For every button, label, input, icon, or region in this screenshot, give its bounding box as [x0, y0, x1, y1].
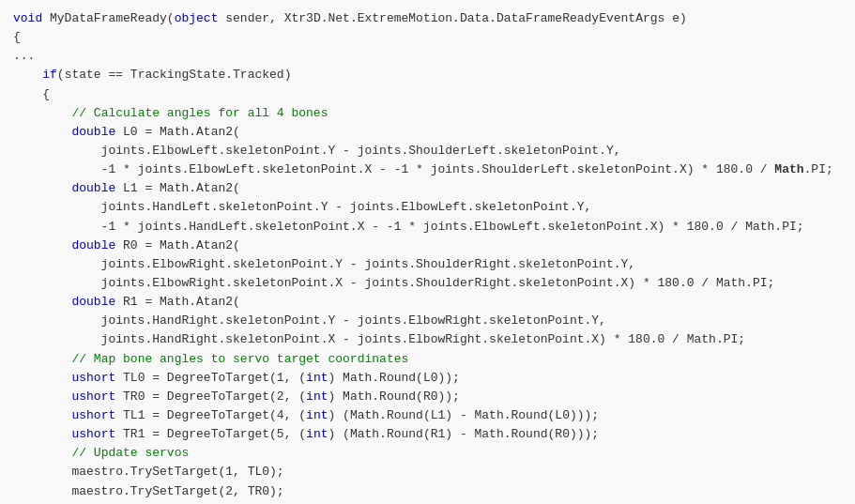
- code-line: joints.HandRight.skeletonPoint.Y - joint…: [13, 312, 842, 330]
- code-line: // Calculate angles for all 4 bones: [13, 104, 842, 123]
- code-line: joints.HandRight.skeletonPoint.X - joint…: [13, 330, 842, 349]
- code-line: joints.ElbowRight.skeletonPoint.X - join…: [13, 274, 842, 293]
- code-line: if(state == TrackingState.Tracked): [13, 66, 842, 84]
- code-line: double L1 = Math.Atan2(: [13, 179, 842, 198]
- code-line: ushort TL0 = DegreeToTarget(1, (int) Mat…: [13, 369, 842, 388]
- code-line: joints.HandLeft.skeletonPoint.Y - joints…: [13, 198, 842, 217]
- code-line: ...: [13, 47, 842, 66]
- code-line: ushort TR0 = DegreeToTarget(2, (int) Mat…: [13, 388, 842, 406]
- code-line: maestro.TrySetTarget(1, TL0);: [13, 463, 842, 481]
- code-line: ushort TL1 = DegreeToTarget(4, (int) (Ma…: [13, 406, 842, 425]
- code-line: double R0 = Math.Atan2(: [13, 237, 842, 255]
- code-line: {: [13, 85, 842, 104]
- code-editor: void MyDataFrameReady(object sender, Xtr…: [0, 0, 855, 504]
- code-line: ushort TR1 = DegreeToTarget(5, (int) (Ma…: [13, 425, 842, 444]
- code-line: {: [13, 28, 842, 47]
- code-line: maestro.TrySetTarget(4, TL1);: [13, 501, 842, 504]
- code-line: // Map bone angles to servo target coord…: [13, 350, 842, 369]
- code-line: joints.ElbowLeft.skeletonPoint.Y - joint…: [13, 142, 842, 160]
- code-line: // Update servos: [13, 444, 842, 463]
- code-line: double L0 = Math.Atan2(: [13, 123, 842, 142]
- code-line: -1 * joints.ElbowLeft.skeletonPoint.X - …: [13, 160, 842, 179]
- code-line: maestro.TrySetTarget(2, TR0);: [13, 482, 842, 501]
- code-line: void MyDataFrameReady(object sender, Xtr…: [13, 9, 842, 28]
- code-line: double R1 = Math.Atan2(: [13, 293, 842, 312]
- code-line: -1 * joints.HandLeft.skeletonPoint.X - -…: [13, 218, 842, 237]
- code-line: joints.ElbowRight.skeletonPoint.Y - join…: [13, 255, 842, 274]
